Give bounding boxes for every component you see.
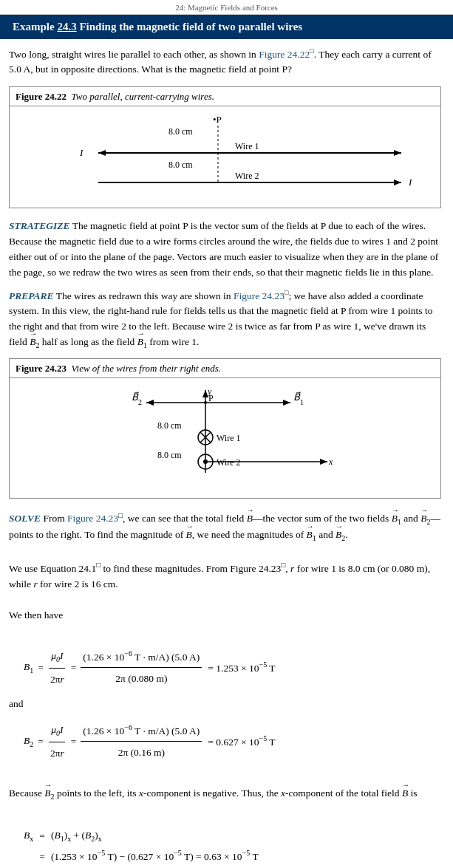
svg-text:•P: •P: [213, 114, 222, 125]
example-title: Finding the magnetic field of two parall…: [77, 21, 303, 33]
intro-text-1: Two long, straight wires lie parallel to…: [9, 49, 259, 60]
example-number: 24.3: [57, 21, 76, 33]
solve-section: SOLVE From Figure 24.23□, we can see tha…: [9, 509, 441, 868]
figure-2423-box: Figure 24.23 View of the wires from thei…: [9, 358, 441, 499]
solve-paragraph-3: Because B→2 points to the left, its x-co…: [9, 786, 441, 802]
figure-2423-label: Figure 24.23: [16, 363, 67, 374]
figure-2422-content: •P 8.0 cm Wire 1 I 8.0 cm: [10, 106, 440, 208]
prepare-section: PREPARE The wires as redrawn this way ar…: [9, 288, 441, 351]
and-text: and: [9, 697, 441, 712]
solve-we-then-have: We then have: [9, 608, 441, 623]
figure-2423-title: Figure 24.23 View of the wires from thei…: [10, 359, 440, 378]
strategize-section: STRATEGIZE The magnetic field at point P…: [9, 219, 441, 281]
svg-text:8.0 cm: 8.0 cm: [157, 450, 182, 460]
svg-text:Wire 1: Wire 1: [217, 433, 241, 443]
svg-marker-27: [283, 400, 290, 406]
svg-text:Wire 1: Wire 1: [235, 141, 259, 151]
page-header: 24: Magnetic Fields and Forces: [0, 0, 453, 15]
svg-marker-4: [394, 150, 401, 156]
figure-ref-2422[interactable]: Figure 24.22: [259, 49, 310, 60]
svg-point-37: [203, 459, 208, 464]
strategize-text: The magnetic field at point P is the vec…: [9, 220, 438, 278]
svg-text:I: I: [408, 177, 412, 188]
svg-marker-23: [146, 400, 154, 406]
svg-text:Wire 2: Wire 2: [217, 457, 241, 468]
figure-2422-subtitle: Two parallel, current-carrying wires.: [72, 91, 214, 102]
svg-text:Wire 2: Wire 2: [235, 171, 259, 181]
prepare-label: PREPARE: [9, 290, 54, 301]
solve-paragraph-1: SOLVE From Figure 24.23□, we can see tha…: [9, 509, 441, 544]
figure-ref-2423a[interactable]: Figure 24.23: [234, 290, 285, 301]
svg-text:2: 2: [138, 398, 142, 406]
svg-text:I: I: [79, 147, 84, 158]
figure-2422-diagram: •P 8.0 cm Wire 1 I 8.0 cm: [17, 112, 431, 197]
svg-text:P: P: [208, 393, 214, 403]
strategize-label: STRATEGIZE: [9, 220, 70, 231]
solve-paragraph-2: We use Equation 24.1□ to find these magn…: [9, 559, 441, 592]
svg-text:8.0 cm: 8.0 cm: [168, 126, 193, 137]
solve-label: SOLVE: [9, 513, 41, 524]
svg-text:1: 1: [300, 398, 304, 406]
solve-text-1: From Figure 24.23□, we can see that the …: [9, 513, 440, 540]
figure-2423-subtitle: View of the wires from their right ends.: [72, 363, 221, 374]
main-content: Two long, straight wires lie parallel to…: [0, 39, 453, 868]
svg-marker-5: [98, 150, 106, 156]
svg-marker-18: [320, 459, 327, 465]
figure-2422-box: Figure 24.22 Two parallel, current-carry…: [9, 86, 441, 208]
svg-text:8.0 cm: 8.0 cm: [168, 160, 193, 170]
header-title: 24: Magnetic Fields and Forces: [175, 3, 278, 12]
equation-bx: Bx = (B1)x + (B2)x = (1.253 × 10−5 T) − …: [24, 825, 441, 868]
equation-b1: B1 = μ0I 2πr = (1.26 × 10−6 T · m/A) (5.…: [24, 646, 441, 689]
figure-2422-label: Figure 24.22: [16, 91, 67, 102]
intro-paragraph: Two long, straight wires lie parallel to…: [9, 47, 441, 78]
prepare-text-1: The wires as redrawn this way are shown …: [56, 290, 234, 301]
svg-text:x: x: [328, 457, 333, 467]
example-label: Example: [13, 21, 57, 33]
svg-marker-11: [394, 180, 401, 185]
figure-2423-diagram: y x P B⃗ 2 B⃗ 1 8.: [17, 384, 431, 488]
example-banner: Example 24.3 Finding the magnetic field …: [0, 15, 453, 39]
equation-b2: B2 = μ0I 2πr = (1.26 × 10−6 T · m/A) (5.…: [24, 720, 441, 763]
figure-2422-title: Figure 24.22 Two parallel, current-carry…: [10, 87, 440, 106]
figure-ref-2423b[interactable]: Figure 24.23: [67, 513, 118, 524]
svg-text:8.0 cm: 8.0 cm: [157, 420, 182, 431]
figure-2423-content: y x P B⃗ 2 B⃗ 1 8.: [10, 378, 440, 498]
